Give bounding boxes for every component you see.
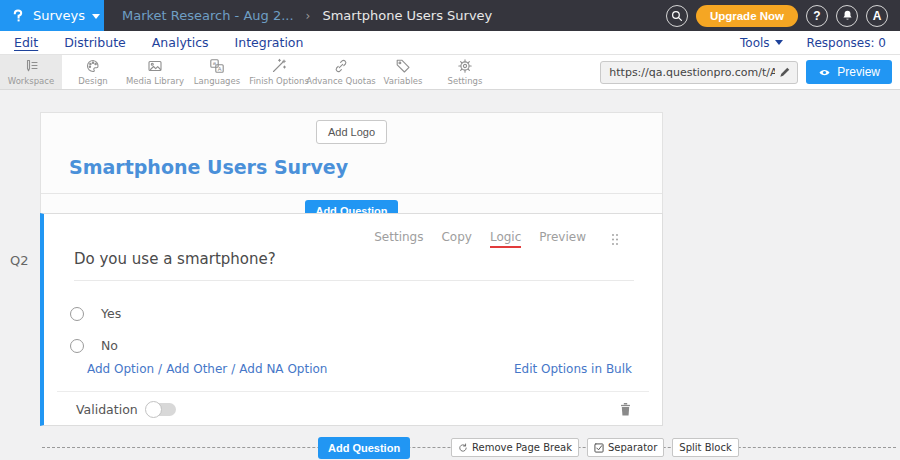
breadcrumb-separator-icon: › bbox=[306, 9, 311, 23]
top-header: Surveys Market Research - Aug 2... › Sma… bbox=[0, 0, 900, 31]
toolbar-item-label: Languages bbox=[194, 76, 240, 86]
tools-menu-label: Tools bbox=[740, 36, 770, 50]
eye-icon bbox=[818, 67, 831, 78]
bell-icon bbox=[841, 9, 854, 22]
validation-label: Validation bbox=[76, 402, 138, 417]
kebab-dots-icon bbox=[611, 233, 619, 246]
trash-icon bbox=[619, 402, 632, 417]
question-tab-preview[interactable]: Preview bbox=[539, 230, 586, 248]
add-other-link[interactable]: Add Other bbox=[166, 362, 227, 376]
question-tab-settings[interactable]: Settings bbox=[374, 230, 423, 248]
toolbar-item-media-library[interactable]: Media Library bbox=[124, 55, 186, 89]
question-more-menu[interactable] bbox=[608, 232, 622, 247]
edit-url-pencil-icon[interactable] bbox=[778, 66, 791, 79]
workspace-toolbar: Workspace Design Media Library a A Langu… bbox=[0, 55, 900, 90]
remove-page-break-label: Remove Page Break bbox=[472, 442, 572, 453]
remove-page-break-button[interactable]: Remove Page Break bbox=[451, 438, 579, 457]
add-na-option-link[interactable]: Add NA Option bbox=[239, 362, 327, 376]
question-text[interactable]: Do you use a smartphone? bbox=[74, 250, 634, 281]
translate-icon: a A bbox=[209, 58, 225, 74]
option-actions-row: Add Option/Add Other/Add NA Option Edit … bbox=[87, 362, 632, 376]
toolbar-item-label: Settings bbox=[448, 76, 483, 86]
svg-text:a: a bbox=[213, 60, 216, 66]
toolbar-item-finish-options[interactable]: Finish Options bbox=[248, 55, 310, 89]
answer-option-row: No bbox=[70, 338, 118, 353]
toolbar-item-label: Advance Quotas bbox=[306, 76, 376, 86]
edit-options-in-bulk-link[interactable]: Edit Options in Bulk bbox=[514, 362, 632, 376]
toolbar-item-label: Media Library bbox=[126, 76, 184, 86]
nav-tab-distribute[interactable]: Distribute bbox=[64, 35, 126, 50]
chevron-down-icon bbox=[775, 40, 783, 45]
svg-text:A: A bbox=[218, 66, 222, 72]
toolbar-item-workspace[interactable]: Workspace bbox=[0, 55, 62, 89]
breadcrumb: Market Research - Aug 2... › Smartphone … bbox=[122, 8, 492, 23]
toolbar-item-variables[interactable]: Variables bbox=[372, 55, 434, 89]
avatar-initial: A bbox=[873, 9, 882, 23]
option-label-no[interactable]: No bbox=[101, 338, 118, 353]
questionpro-logo-icon bbox=[10, 8, 26, 24]
notifications-button[interactable] bbox=[836, 5, 858, 27]
toolbar-item-label: Variables bbox=[384, 76, 423, 86]
upgrade-now-button[interactable]: Upgrade Now bbox=[696, 5, 798, 27]
page-break-row: Add Question Remove Page Break Separator… bbox=[42, 437, 896, 459]
separator-label: Separator bbox=[608, 442, 657, 453]
toolbar-item-languages[interactable]: a A Languages bbox=[186, 55, 248, 89]
search-icon bbox=[670, 9, 684, 23]
chevron-down-icon bbox=[92, 14, 100, 19]
split-block-label: Split Block bbox=[679, 442, 731, 453]
nav-tab-edit[interactable]: Edit bbox=[14, 35, 38, 50]
option-label-yes[interactable]: Yes bbox=[101, 306, 121, 321]
toolbar-right: Preview bbox=[600, 55, 900, 89]
search-button[interactable] bbox=[666, 5, 688, 27]
add-option-link[interactable]: Add Option bbox=[87, 362, 154, 376]
add-question-button-bottom[interactable]: Add Question bbox=[318, 437, 410, 459]
gear-icon bbox=[457, 58, 473, 74]
preview-button[interactable]: Preview bbox=[806, 60, 892, 84]
add-logo-button[interactable]: Add Logo bbox=[316, 120, 387, 144]
radio-no[interactable] bbox=[70, 339, 84, 353]
palette-icon bbox=[85, 58, 101, 74]
tools-menu[interactable]: Tools bbox=[740, 36, 783, 50]
surveys-menu-label: Surveys bbox=[33, 8, 85, 23]
preview-button-label: Preview bbox=[837, 65, 880, 79]
nav-items: Edit Distribute Analytics Integration bbox=[0, 35, 303, 50]
toolbar-item-design[interactable]: Design bbox=[62, 55, 124, 89]
question-tabs: Settings Copy Logic Preview bbox=[374, 230, 622, 248]
chain-link-icon bbox=[333, 58, 349, 74]
radio-yes[interactable] bbox=[70, 307, 84, 321]
link-separator: / bbox=[231, 362, 235, 376]
page-break-actions: Remove Page Break Separator Split Block bbox=[451, 438, 739, 457]
toolbar-item-settings[interactable]: Settings bbox=[434, 55, 496, 89]
question-tab-logic[interactable]: Logic bbox=[490, 230, 521, 248]
nav-tab-analytics[interactable]: Analytics bbox=[152, 35, 209, 50]
avatar[interactable]: A bbox=[866, 5, 888, 27]
toolbar-item-advance-quotas[interactable]: Advance Quotas bbox=[310, 55, 372, 89]
help-button[interactable]: ? bbox=[806, 5, 828, 27]
toolbar-item-label: Finish Options bbox=[249, 76, 309, 86]
nav-tab-integration[interactable]: Integration bbox=[235, 35, 304, 50]
toggle-knob bbox=[145, 401, 162, 418]
delete-question-button[interactable] bbox=[619, 402, 632, 417]
question-card: Settings Copy Logic Preview Do you use a… bbox=[40, 213, 663, 426]
separator-button[interactable]: Separator bbox=[587, 438, 664, 457]
responses-count[interactable]: Responses: 0 bbox=[807, 36, 886, 50]
option-links: Add Option/Add Other/Add NA Option bbox=[87, 362, 327, 376]
section-navbar: Edit Distribute Analytics Integration To… bbox=[0, 31, 900, 55]
validation-divider bbox=[57, 391, 649, 392]
add-logo-row: Add Logo bbox=[41, 113, 662, 144]
question-code: Q2 bbox=[10, 253, 29, 268]
surveys-menu[interactable]: Surveys bbox=[0, 0, 104, 31]
tag-icon bbox=[395, 58, 411, 74]
refresh-icon bbox=[458, 443, 468, 453]
help-icon: ? bbox=[813, 9, 820, 23]
survey-title[interactable]: Smartphone Users Survey bbox=[41, 144, 662, 193]
breadcrumb-folder[interactable]: Market Research - Aug 2... bbox=[122, 8, 294, 23]
survey-url-input[interactable] bbox=[601, 66, 778, 79]
split-block-button[interactable]: Split Block bbox=[672, 438, 738, 457]
topbar-actions: Upgrade Now ? A bbox=[666, 5, 900, 27]
toolbar-item-label: Design bbox=[78, 76, 107, 86]
validation-toggle[interactable] bbox=[146, 403, 176, 416]
navbar-right: Tools Responses: 0 bbox=[740, 36, 900, 50]
answer-option-row: Yes bbox=[70, 306, 121, 321]
question-tab-copy[interactable]: Copy bbox=[441, 230, 471, 248]
